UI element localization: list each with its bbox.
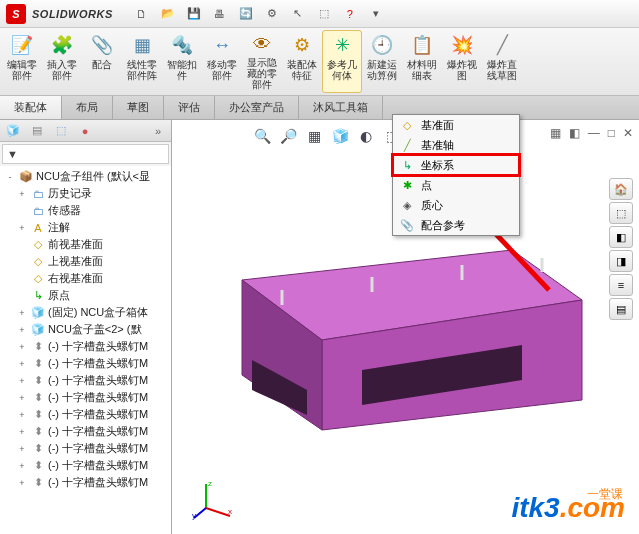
expand-icon[interactable]: + bbox=[16, 410, 28, 420]
config-tab-icon[interactable]: ▤ bbox=[28, 122, 46, 140]
ribbon-smart-fastener-button[interactable]: 🔩智能扣 件 bbox=[162, 30, 202, 93]
ribbon-bom-button[interactable]: 📋材料明 细表 bbox=[402, 30, 442, 93]
edit-part-icon: 📝 bbox=[10, 33, 34, 57]
expand-icon[interactable]: + bbox=[16, 461, 28, 471]
orientation-triad[interactable]: z x y bbox=[192, 478, 234, 520]
watermark: 一堂课 itk3.com bbox=[511, 492, 625, 524]
expand-icon[interactable]: + bbox=[16, 359, 28, 369]
menu-item[interactable]: ↳坐标系 bbox=[393, 155, 519, 175]
menu-item[interactable]: ╱基准轴 bbox=[393, 135, 519, 155]
display-tab-icon[interactable]: ⬚ bbox=[52, 122, 70, 140]
tree-item[interactable]: +⬍(-) 十字槽盘头螺钉M bbox=[0, 457, 171, 474]
tree-item[interactable]: +⬍(-) 十字槽盘头螺钉M bbox=[0, 355, 171, 372]
doc-maximize-icon[interactable]: □ bbox=[608, 126, 615, 140]
open-icon[interactable]: 📂 bbox=[159, 5, 177, 23]
tree-item[interactable]: +⬍(-) 十字槽盘头螺钉M bbox=[0, 389, 171, 406]
expand-icon[interactable]: + bbox=[16, 189, 28, 199]
chevron-right-icon[interactable]: » bbox=[149, 122, 167, 140]
ribbon-show-hidden-button[interactable]: 👁显示隐 藏的零 部件 bbox=[242, 30, 282, 93]
ribbon-label: 配合 bbox=[92, 59, 112, 70]
question-icon[interactable]: ? bbox=[341, 5, 359, 23]
ribbon-edit-part-button[interactable]: 📝编辑零 部件 bbox=[2, 30, 42, 93]
ribbon-move-part-button[interactable]: ↔移动零 部件 bbox=[202, 30, 242, 93]
axis-z-label: z bbox=[208, 479, 212, 488]
tree-item[interactable]: ◇右视基准面 bbox=[0, 270, 171, 287]
print-icon[interactable]: 🖶 bbox=[211, 5, 229, 23]
expand-icon[interactable]: + bbox=[16, 393, 28, 403]
appearance-tab-icon[interactable]: ● bbox=[76, 122, 94, 140]
tree-item[interactable]: 🗀传感器 bbox=[0, 202, 171, 219]
refresh-icon[interactable]: 🔄 bbox=[237, 5, 255, 23]
tree-item[interactable]: ◇上视基准面 bbox=[0, 253, 171, 270]
expand-icon[interactable]: + bbox=[16, 478, 28, 488]
tree-item[interactable]: ◇前视基准面 bbox=[0, 236, 171, 253]
select-icon[interactable]: ⬚ bbox=[315, 5, 333, 23]
taskpane-btn-1[interactable]: ⬚ bbox=[609, 202, 633, 224]
expand-icon[interactable]: + bbox=[16, 223, 28, 233]
ribbon-linear-pattern-button[interactable]: ▦线性零 部件阵 bbox=[122, 30, 162, 93]
tree-item[interactable]: +🧊NCU盒子盖<2> (默 bbox=[0, 321, 171, 338]
tree-filter[interactable]: ▼ bbox=[2, 144, 169, 164]
ribbon-new-motion-button[interactable]: 🕘新建运 动算例 bbox=[362, 30, 402, 93]
expand-icon[interactable]: + bbox=[16, 427, 28, 437]
taskpane-btn-0[interactable]: 🏠 bbox=[609, 178, 633, 200]
menu-item[interactable]: ◈质心 bbox=[393, 195, 519, 215]
ribbon-mate-button[interactable]: 📎配合 bbox=[82, 30, 122, 93]
quick-access-toolbar: 🗋 📂 💾 🖶 🔄 ⚙ ↖ ⬚ ? ▾ bbox=[133, 5, 385, 23]
assembly-tab-icon[interactable]: 🧊 bbox=[4, 122, 22, 140]
tree-item[interactable]: +🗀历史记录 bbox=[0, 185, 171, 202]
expand-icon[interactable]: + bbox=[16, 376, 28, 386]
tree-item[interactable]: ↳原点 bbox=[0, 287, 171, 304]
view-tool-0[interactable]: 🔍 bbox=[252, 126, 272, 146]
menu-item[interactable]: ✱点 bbox=[393, 175, 519, 195]
ribbon-assembly-feature-button[interactable]: ⚙装配体 特征 bbox=[282, 30, 322, 93]
tab-4[interactable]: 办公室产品 bbox=[215, 96, 299, 119]
options-icon[interactable]: ⚙ bbox=[263, 5, 281, 23]
view-tool-1[interactable]: 🔎 bbox=[278, 126, 298, 146]
new-icon[interactable]: 🗋 bbox=[133, 5, 151, 23]
menu-item-label: 配合参考 bbox=[421, 218, 465, 233]
view-tool-2[interactable]: ▦ bbox=[304, 126, 324, 146]
tab-3[interactable]: 评估 bbox=[164, 96, 215, 119]
ribbon-exploded-button[interactable]: 💥爆炸视 图 bbox=[442, 30, 482, 93]
tree-item[interactable]: +A注解 bbox=[0, 219, 171, 236]
ref-geom-icon: ✳ bbox=[330, 33, 354, 57]
tree-item[interactable]: +⬍(-) 十字槽盘头螺钉M bbox=[0, 423, 171, 440]
tab-0[interactable]: 装配体 bbox=[0, 96, 62, 119]
tree-item[interactable]: +⬍(-) 十字槽盘头螺钉M bbox=[0, 440, 171, 457]
save-icon[interactable]: 💾 bbox=[185, 5, 203, 23]
tab-5[interactable]: 沐风工具箱 bbox=[299, 96, 383, 119]
ribbon-insert-part-button[interactable]: 🧩插入零 部件 bbox=[42, 30, 82, 93]
doc-context-icon[interactable]: ▦ bbox=[550, 126, 561, 140]
tab-1[interactable]: 布局 bbox=[62, 96, 113, 119]
tree-item[interactable]: -📦NCU盒子组件 (默认<显 bbox=[0, 168, 171, 185]
expand-icon[interactable]: - bbox=[4, 172, 16, 182]
explode-line-icon: ╱ bbox=[490, 33, 514, 57]
tree-item[interactable]: +⬍(-) 十字槽盘头螺钉M bbox=[0, 474, 171, 491]
expand-icon[interactable]: + bbox=[16, 308, 28, 318]
tree-item[interactable]: +⬍(-) 十字槽盘头螺钉M bbox=[0, 372, 171, 389]
tree-item[interactable]: +⬍(-) 十字槽盘头螺钉M bbox=[0, 406, 171, 423]
pointer-icon[interactable]: ↖ bbox=[289, 5, 307, 23]
tree-item[interactable]: +🧊(固定) NCU盒子箱体 bbox=[0, 304, 171, 321]
doc-minimize-icon[interactable]: — bbox=[588, 126, 600, 140]
ribbon-ref-geom-button[interactable]: ✳参考几 何体 bbox=[322, 30, 362, 93]
menu-item[interactable]: 📎配合参考 bbox=[393, 215, 519, 235]
doc-close-icon[interactable]: ✕ bbox=[623, 126, 633, 140]
doc-context-icon2[interactable]: ◧ bbox=[569, 126, 580, 140]
expand-icon[interactable]: + bbox=[16, 444, 28, 454]
expand-icon[interactable]: + bbox=[16, 325, 28, 335]
menu-item[interactable]: ◇基准面 bbox=[393, 115, 519, 135]
view-tool-3[interactable]: 🧊 bbox=[330, 126, 350, 146]
bom-icon: 📋 bbox=[410, 33, 434, 57]
tree-item-icon: 🗀 bbox=[31, 187, 45, 201]
menu-item-icon: ◈ bbox=[399, 197, 415, 213]
tree-item[interactable]: +⬍(-) 十字槽盘头螺钉M bbox=[0, 338, 171, 355]
view-tool-4[interactable]: ◐ bbox=[356, 126, 376, 146]
expand-icon[interactable]: + bbox=[16, 342, 28, 352]
ribbon-explode-line-button[interactable]: ╱爆炸直 线草图 bbox=[482, 30, 522, 93]
ribbon-label: 线性零 部件阵 bbox=[127, 59, 157, 81]
dropdown-arrow-icon[interactable]: ▾ bbox=[367, 5, 385, 23]
tab-2[interactable]: 草图 bbox=[113, 96, 164, 119]
move-part-icon: ↔ bbox=[210, 33, 234, 57]
